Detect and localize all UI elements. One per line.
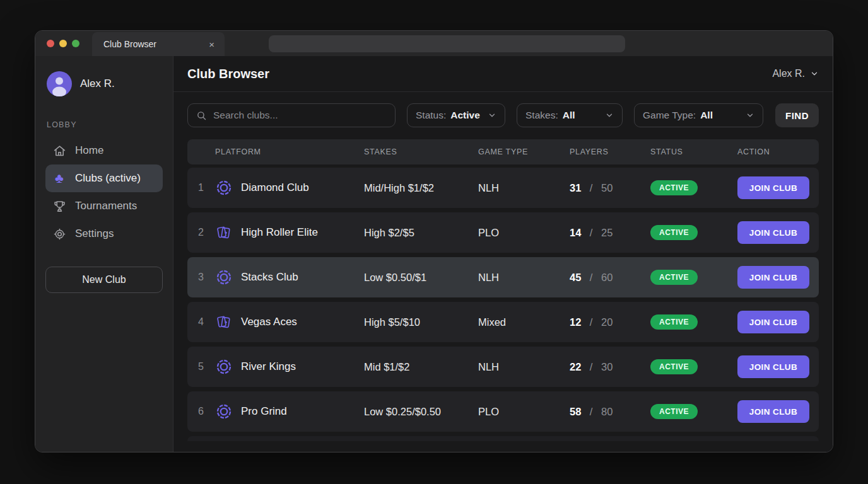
game-type-filter-label: Game Type: — [643, 110, 696, 121]
stakes-cell: Low $0.25/$0.50 — [364, 406, 478, 418]
chevron-down-icon — [488, 111, 496, 120]
close-window-button[interactable] — [47, 40, 54, 47]
row-number: 1 — [187, 182, 215, 193]
status-badge: ACTIVE — [650, 404, 698, 419]
status-badge: ACTIVE — [650, 314, 698, 330]
sidebar-section-label: LOBBY — [45, 120, 163, 130]
stakes-cell: Mid $1/$2 — [364, 361, 478, 373]
table-row[interactable]: 1 Diamond Club Mid/High $1/$2 NLH 31 / 5… — [187, 168, 819, 208]
search-box — [187, 103, 396, 127]
gear-icon — [52, 228, 66, 241]
poker-chip-icon — [215, 268, 233, 286]
clubs-table: PLATFORM STAKES GAME TYPE PLAYERS STATUS… — [187, 139, 819, 441]
playing-cards-icon — [215, 224, 233, 241]
join-club-button[interactable]: JOIN CLUB — [737, 176, 809, 199]
game-type-filter-value: All — [700, 110, 713, 121]
players-cell: 58 / 80 — [570, 406, 650, 418]
club-name: River Kings — [241, 360, 296, 373]
game-type-cell: NLH — [478, 361, 570, 373]
table-header: PLATFORM STAKES GAME TYPE PLAYERS STATUS… — [187, 139, 819, 164]
players-cell: 22 / 30 — [570, 361, 650, 373]
game-type-cell: NLH — [478, 182, 570, 194]
status-filter-dropdown[interactable]: Status: Active — [407, 103, 505, 127]
table-row[interactable]: 6 Pro Grind Low $0.25/$0.50 PLO 58 / 80 … — [187, 391, 819, 432]
sidebar-item-label: Home — [75, 144, 103, 157]
sidebar-item-label: Settings — [75, 228, 114, 240]
main-content: Club Browser Alex R. Status: — [173, 56, 833, 452]
sidebar-item-label: Clubs (active) — [75, 172, 141, 185]
home-icon — [52, 144, 66, 158]
window-titlebar: Club Browser × — [35, 31, 833, 56]
stakes-filter-dropdown[interactable]: Stakes: All — [517, 103, 623, 127]
poker-chip-icon — [215, 358, 233, 376]
sidebar-item-settings[interactable]: Settings — [45, 220, 163, 248]
players-cell: 45 / 60 — [570, 272, 650, 284]
sidebar-item-home[interactable]: Home — [45, 137, 163, 164]
user-menu-label: Alex R. — [772, 68, 805, 79]
column-header-platform: PLATFORM — [215, 147, 364, 156]
status-filter-label: Status: — [416, 110, 446, 121]
table-row-partial — [187, 436, 819, 441]
game-type-cell: PLO — [478, 227, 570, 239]
address-bar[interactable] — [269, 35, 625, 52]
join-club-button[interactable]: JOIN CLUB — [737, 221, 809, 244]
column-header-action: ACTION — [737, 147, 819, 156]
chevron-down-icon — [605, 111, 614, 120]
poker-chip-icon — [215, 403, 233, 420]
row-number: 3 — [187, 272, 215, 283]
club-suit-icon: ♣ — [52, 172, 66, 185]
browser-tab[interactable]: Club Browser × — [92, 32, 225, 56]
page-title: Club Browser — [187, 67, 269, 81]
join-club-button[interactable]: JOIN CLUB — [737, 311, 809, 333]
new-club-button[interactable]: New Club — [45, 267, 163, 293]
club-name: Vegas Aces — [241, 316, 297, 328]
stakes-cell: Low $0.50/$1 — [364, 272, 478, 284]
filter-bar: Status: Active Stakes: All Game Type: Al… — [187, 103, 819, 127]
search-icon — [196, 110, 207, 121]
minimize-window-button[interactable] — [59, 40, 67, 47]
search-input[interactable] — [213, 110, 387, 121]
players-cell: 31 / 50 — [570, 182, 650, 194]
app-window: Club Browser × Alex R. LOBBY — [35, 30, 833, 452]
sidebar-item-clubs[interactable]: ♣ Clubs (active) — [45, 164, 163, 192]
game-type-cell: NLH — [478, 272, 570, 284]
stakes-filter-value: All — [563, 110, 575, 121]
column-header-players: PLAYERS — [570, 147, 650, 156]
status-badge: ACTIVE — [650, 359, 698, 374]
stakes-cell: Mid/High $1/$2 — [364, 182, 478, 194]
tab-title: Club Browser — [103, 39, 156, 49]
stakes-cell: High $5/$10 — [364, 316, 478, 328]
zoom-window-button[interactable] — [72, 40, 79, 47]
game-type-filter-dropdown[interactable]: Game Type: All — [634, 103, 763, 127]
user-profile: Alex R. — [45, 71, 163, 96]
playing-cards-icon — [215, 313, 233, 331]
table-row[interactable]: 4 Vegas Aces High $5/$10 Mixed 12 / 20 A… — [187, 302, 819, 342]
find-button[interactable]: FIND — [775, 103, 819, 127]
join-club-button[interactable]: JOIN CLUB — [737, 355, 809, 378]
sidebar-nav: Home ♣ Clubs (active) Tour — [45, 137, 163, 248]
row-number: 5 — [187, 361, 215, 372]
row-number: 2 — [187, 227, 215, 238]
game-type-cell: Mixed — [478, 316, 570, 328]
join-club-button[interactable]: JOIN CLUB — [737, 266, 809, 289]
sidebar-item-tournaments[interactable]: Tournaments — [45, 192, 163, 220]
stakes-filter-label: Stakes: — [525, 110, 558, 121]
user-menu[interactable]: Alex R. — [772, 68, 819, 79]
chevron-down-icon — [746, 111, 754, 120]
trophy-icon — [52, 200, 66, 213]
sidebar: Alex R. LOBBY Home ♣ Clubs (active) — [35, 56, 173, 452]
join-club-button[interactable]: JOIN CLUB — [737, 400, 809, 423]
status-filter-value: Active — [450, 110, 480, 121]
table-row[interactable]: 2 High Roller Elite High $2/$5 PLO 14 / … — [187, 212, 819, 253]
club-name: High Roller Elite — [241, 226, 318, 239]
column-header-status: STATUS — [650, 147, 737, 156]
profile-name: Alex R. — [80, 78, 115, 90]
table-row[interactable]: 3 Stacks Club Low $0.50/$1 NLH 45 / 60 A… — [187, 257, 819, 297]
table-row[interactable]: 5 River Kings Mid $1/$2 NLH 22 / 30 ACTI… — [187, 347, 819, 387]
game-type-cell: PLO — [478, 406, 570, 418]
stakes-cell: High $2/$5 — [364, 227, 478, 239]
players-cell: 14 / 25 — [570, 227, 650, 239]
tab-close-icon[interactable]: × — [208, 39, 216, 50]
column-header-stakes: STAKES — [364, 147, 478, 156]
table-body: 1 Diamond Club Mid/High $1/$2 NLH 31 / 5… — [187, 168, 819, 432]
